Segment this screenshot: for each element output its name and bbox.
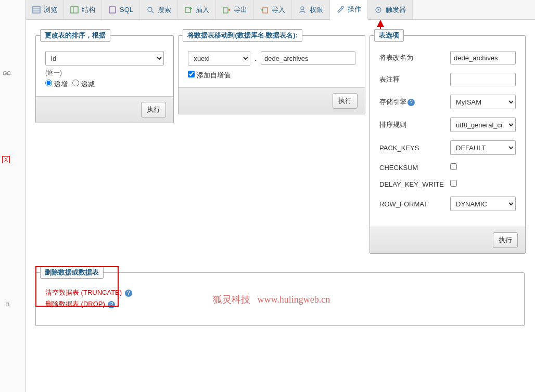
panel-options-legend: 表选项 [374,29,404,42]
tab-export[interactable]: 导出 [216,0,254,19]
label-row-format: ROW_FORMAT [379,200,446,208]
svg-rect-14 [223,8,228,13]
search-icon [146,6,155,14]
privileges-icon [298,6,307,14]
label-collation: 排序规则 [379,120,446,129]
input-comment[interactable] [450,73,516,86]
svg-point-17 [341,6,343,8]
sidebar-badge: X [2,156,10,163]
export-icon [222,6,231,14]
input-rename[interactable] [450,51,516,64]
svg-line-10 [151,11,154,13]
left-sidebar: X h [0,0,26,392]
tab-operations[interactable]: 操作 [330,0,368,20]
tab-triggers[interactable]: 触发器 [368,0,413,19]
panel-delete: 删除数据或数据表 清空数据表 (TRUNCATE) ? 删除数据表 (DROP)… [35,266,525,326]
tab-search[interactable]: 搜索 [140,0,178,19]
tab-insert[interactable]: 插入 [178,0,216,19]
options-go-button[interactable]: 执行 [493,232,518,248]
svg-point-19 [378,9,379,10]
select-pack-keys[interactable]: DEFAULT [450,140,516,155]
panel-delete-legend: 删除数据或数据表 [40,266,104,279]
move-add-auto-checkbox[interactable] [188,71,195,77]
svg-point-16 [301,7,304,10]
svg-rect-6 [71,7,78,13]
svg-rect-15 [263,8,268,13]
order-desc-option[interactable]: 递减 [72,80,95,88]
tab-import[interactable]: 导入 [254,0,292,19]
top-nav-tabs: 浏览 结构 SQL 搜索 插入 导出 导入 权限 操作 触发器 [26,0,535,20]
select-row-format[interactable]: DYNAMIC [450,197,516,211]
svg-point-9 [148,7,152,11]
move-go-button[interactable]: 执行 [333,93,358,109]
panel-move-table: 将数据表移动到(数据库名.数据表名): xuexi . 添加自增值 执行 [178,29,365,114]
select-engine[interactable]: MyISAM [450,95,516,109]
checkbox-delay-key-write[interactable] [450,180,457,187]
label-pack-keys: PACK_KEYS [379,144,446,152]
operations-icon [336,5,345,14]
label-rename: 将表改名为 [379,53,446,62]
order-desc-radio[interactable] [72,80,79,86]
panel-move-legend: 将数据表移动到(数据库名.数据表名): [183,29,302,42]
svg-rect-3 [33,7,40,13]
triggers-icon [374,6,383,14]
tab-browse[interactable]: 浏览 [26,0,64,19]
panel-alter-order: 更改表的排序，根据 id (逐一) 递增 递减 执行 [35,29,174,123]
help-icon[interactable]: ? [407,99,415,106]
move-add-auto-option[interactable]: 添加自增值 [188,71,231,79]
panel-table-options: 表选项 将表改名为 表注释 存储引擎? MyISAM 排 [370,29,526,254]
label-checksum: CHECKSUM [379,164,446,172]
move-dot: . [254,55,257,62]
select-collation[interactable]: utf8_general_ci [450,117,516,132]
label-comment: 表注释 [379,75,446,84]
checkbox-checksum[interactable] [450,163,457,170]
panel-alter-order-legend: 更改表的排序，根据 [40,29,110,42]
tab-privileges[interactable]: 权限 [292,0,330,19]
insert-icon [184,6,193,14]
import-icon [260,6,269,14]
order-asc-option[interactable]: 递增 [45,80,68,88]
structure-icon [70,6,79,14]
sidebar-truncated-text: h [4,299,26,308]
svg-rect-8 [109,7,116,13]
tab-structure[interactable]: 结构 [64,0,102,19]
help-icon[interactable]: ? [125,290,132,297]
order-go-button[interactable]: 执行 [141,102,166,117]
sql-icon [108,6,117,14]
browse-icon [32,6,41,14]
link-icon [3,70,10,77]
label-engine: 存储引擎? [379,97,446,107]
order-hint: (逐一) [45,69,164,77]
tab-sql[interactable]: SQL [102,0,140,19]
move-table-input[interactable] [261,51,355,65]
move-db-select[interactable]: xuexi [188,51,250,66]
watermark: 狐灵科技 www.hulingweb.cn [213,293,330,306]
label-delay-key-write: DELAY_KEY_WRITE [379,180,446,188]
order-asc-radio[interactable] [45,80,52,86]
order-column-select[interactable]: id [45,51,164,66]
help-icon[interactable]: ? [108,301,115,308]
